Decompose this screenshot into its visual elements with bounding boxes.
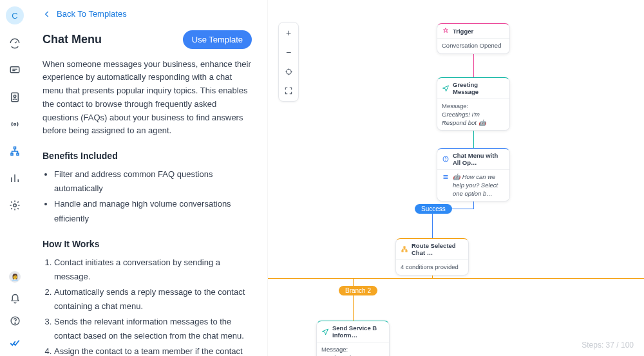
help-icon[interactable]	[9, 315, 21, 326]
gauge-icon[interactable]	[9, 37, 21, 49]
node-body-text: Greetings! I'm Respond bot 🤖	[442, 111, 505, 127]
page-title: Chat Menu	[43, 33, 102, 46]
back-label: Back To Templates	[57, 9, 127, 19]
back-to-templates[interactable]: Back To Templates	[43, 9, 127, 19]
svg-point-9	[15, 323, 15, 323]
node-body-label: Message:	[442, 102, 505, 111]
node-trigger[interactable]: Trigger Conversation Opened	[437, 23, 510, 54]
svg-rect-5	[11, 153, 13, 155]
svg-rect-15	[406, 250, 407, 252]
how-heading: How It Works	[43, 239, 252, 249]
brand-check-icon[interactable]	[9, 337, 21, 348]
zoom-controls: + −	[278, 22, 299, 102]
svg-point-12	[446, 160, 446, 161]
node-title: Send Service B Inform…	[332, 324, 384, 339]
trigger-icon	[442, 27, 450, 35]
nav-icons	[9, 37, 21, 211]
template-description: When someone messages your business, enh…	[43, 58, 252, 138]
zoom-center-button[interactable]	[282, 65, 295, 78]
connector	[473, 52, 474, 77]
broadcast-icon[interactable]	[9, 118, 21, 130]
workflow-canvas[interactable]: + − Trigger Conversation Opened Greeting…	[268, 0, 644, 356]
list-item: Sends the relevant information messages …	[54, 315, 252, 343]
list-icon	[442, 173, 450, 181]
send-icon	[321, 328, 329, 335]
node-title: Route Selected Chat …	[412, 242, 464, 256]
node-body-text: 🤖 How can we help you? Select one option…	[453, 173, 505, 198]
node-greeting[interactable]: Greeting Message Message: Greetings! I'm…	[437, 77, 510, 131]
connector	[268, 278, 644, 279]
list-item: Filter and address common FAQ questions …	[54, 167, 252, 196]
analytics-icon[interactable]	[9, 173, 21, 184]
zoom-fit-button[interactable]	[282, 84, 295, 97]
settings-icon[interactable]	[9, 200, 21, 211]
svg-point-2	[14, 95, 16, 98]
node-title: Chat Menu with All Op…	[453, 152, 505, 166]
svg-point-10	[286, 69, 291, 74]
node-body: 🤖 How can we help you? Select one option…	[437, 169, 509, 201]
workflow-icon[interactable]	[9, 145, 21, 157]
list-item: Assign the contact to a team member if t…	[54, 344, 252, 356]
zoom-in-button[interactable]: +	[282, 26, 295, 39]
question-icon	[442, 155, 450, 163]
contact-icon[interactable]	[9, 91, 21, 103]
svg-point-3	[14, 124, 16, 126]
list-item: Contact initiates a conversation by send…	[54, 256, 252, 284]
badge-branch2: Branch 2	[339, 286, 377, 295]
agent-avatar[interactable]: 👩‍💼	[9, 271, 21, 283]
node-service-b[interactable]: Send Service B Inform… Message: Service …	[316, 321, 390, 356]
bell-icon[interactable]	[9, 293, 21, 304]
chevron-left-icon	[43, 10, 52, 19]
node-body: 4 conditions provided	[396, 259, 468, 275]
benefits-heading: Benefits Included	[43, 151, 252, 161]
node-body: Message: Service B is a personalized	[317, 342, 389, 356]
node-body: Message: Greetings! I'm Respond bot 🤖	[437, 98, 509, 130]
sidebar-bottom: 👩‍💼	[0, 271, 30, 348]
branch-icon	[401, 245, 408, 253]
benefits-list: Filter and address common FAQ questions …	[43, 167, 252, 225]
list-item: Automatically sends a reply message to t…	[54, 285, 252, 314]
steps-counter: Steps: 37 / 100	[582, 341, 634, 350]
node-body: Conversation Opened	[437, 38, 509, 53]
svg-rect-14	[402, 250, 403, 252]
node-chat-menu[interactable]: Chat Menu with All Op… 🤖 How can we help…	[437, 148, 510, 201]
svg-rect-4	[14, 147, 16, 149]
zoom-out-button[interactable]: −	[282, 46, 295, 59]
chat-icon[interactable]	[9, 64, 21, 76]
connector	[353, 278, 354, 321]
workspace-avatar[interactable]: C	[6, 6, 24, 24]
sidebar: C 👩‍💼	[0, 0, 30, 356]
list-item: Handle and manage high volume conversati…	[54, 197, 252, 225]
use-template-button[interactable]: Use Template	[183, 30, 252, 49]
node-body-label: Message:	[321, 346, 384, 354]
node-title: Greeting Message	[453, 81, 505, 95]
badge-success: Success	[415, 204, 452, 214]
template-details-panel: Back To Templates Chat Menu Use Template…	[30, 0, 268, 356]
node-title: Trigger	[453, 28, 473, 35]
svg-rect-13	[404, 247, 405, 248]
how-list: Contact initiates a conversation by send…	[43, 256, 252, 356]
svg-point-7	[14, 204, 17, 207]
send-icon	[442, 84, 450, 92]
node-route[interactable]: Route Selected Chat … 4 conditions provi…	[395, 238, 469, 276]
svg-rect-6	[17, 153, 19, 155]
